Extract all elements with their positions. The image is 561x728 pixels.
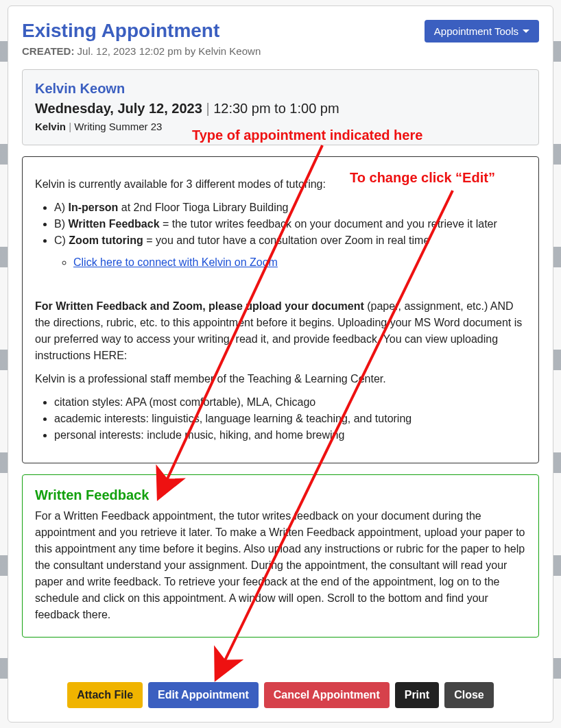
cancel-appointment-button[interactable]: Cancel Appointment (264, 682, 390, 708)
zoom-link-item: Click here to connect with Kelvin on Zoo… (73, 254, 526, 271)
appointment-datetime: Wednesday, July 12, 2023 | 12:30 pm to 1… (35, 101, 526, 117)
appointment-time: 12:30 pm to 1:00 pm (213, 101, 339, 116)
mode-a-label: In-person (68, 202, 118, 213)
upload-bold: For Written Feedback and Zoom, please up… (35, 300, 364, 312)
separator: | (206, 101, 213, 116)
mode-c-prefix: C) (54, 234, 69, 246)
tutor-details-panel: Kelvin is currently available for 3 diff… (22, 156, 539, 463)
tutor-course-line: Kelvin | Writing Summer 23 (35, 121, 526, 132)
mode-a-prefix: A) (54, 202, 68, 213)
written-feedback-title: Written Feedback (35, 485, 526, 505)
interests-list: citation styles: APA (most comfortable),… (35, 394, 526, 444)
mode-b-prefix: B) (54, 218, 68, 230)
list-item: citation styles: APA (most comfortable),… (54, 394, 526, 411)
modes-list: A) In-person at 2nd Floor Tioga Library … (35, 199, 526, 271)
print-button[interactable]: Print (395, 682, 439, 708)
close-button[interactable]: Close (444, 682, 494, 708)
mode-b: B) Written Feedback = the tutor writes f… (54, 216, 526, 232)
staff-line: Kelvin is a professional staff member of… (35, 371, 526, 387)
created-line: CREATED: Jul. 12, 2023 12:02 pm by Kelvi… (22, 45, 539, 57)
upload-paragraph: For Written Feedback and Zoom, please up… (35, 298, 526, 364)
tutor-short-name: Kelvin (35, 121, 66, 132)
attach-file-button[interactable]: Attach File (67, 682, 143, 708)
mode-c: C) Zoom tutoring = you and tutor have a … (54, 232, 526, 271)
written-feedback-panel: Written Feedback For a Written Feedback … (22, 474, 539, 638)
mode-c-rest: = you and tutor have a consultation over… (143, 234, 430, 246)
mode-a: A) In-person at 2nd Floor Tioga Library … (54, 199, 526, 216)
created-value: Jul. 12, 2023 12:02 pm by Kelvin Keown (77, 45, 261, 57)
zoom-connect-link[interactable]: Click here to connect with Kelvin on Zoo… (73, 256, 278, 268)
mode-b-rest: = the tutor writes feedback on your docu… (160, 218, 497, 230)
appointment-modal: Existing Appointment Appointment Tools C… (8, 5, 553, 723)
written-feedback-body: For a Written Feedback appointment, the … (35, 508, 526, 623)
modal-footer: Attach File Edit Appointment Cancel Appo… (22, 672, 539, 715)
course-name: Writing Summer 23 (74, 121, 162, 132)
appointment-tools-label: Appointment Tools (434, 25, 518, 37)
appointment-date: Wednesday, July 12, 2023 (35, 101, 202, 116)
mode-c-label: Zoom tutoring (69, 234, 143, 246)
mode-b-label: Written Feedback (68, 218, 159, 230)
tutor-name-heading: Kelvin Keown (35, 81, 526, 97)
created-label: CREATED: (22, 45, 74, 57)
modes-intro: Kelvin is currently available for 3 diff… (35, 176, 526, 193)
list-item: academic interests: linguistics, languag… (54, 411, 526, 427)
appointment-tools-button[interactable]: Appointment Tools (425, 20, 539, 43)
modal-header: Existing Appointment Appointment Tools (22, 20, 539, 43)
page-title: Existing Appointment (22, 20, 219, 42)
list-item: personal interests: include music, hikin… (54, 427, 526, 444)
edit-appointment-button[interactable]: Edit Appointment (148, 682, 259, 708)
appointment-summary-panel: Kelvin Keown Wednesday, July 12, 2023 | … (22, 69, 539, 145)
chevron-down-icon (523, 29, 529, 33)
mode-a-rest: at 2nd Floor Tioga Library Building (118, 202, 288, 213)
